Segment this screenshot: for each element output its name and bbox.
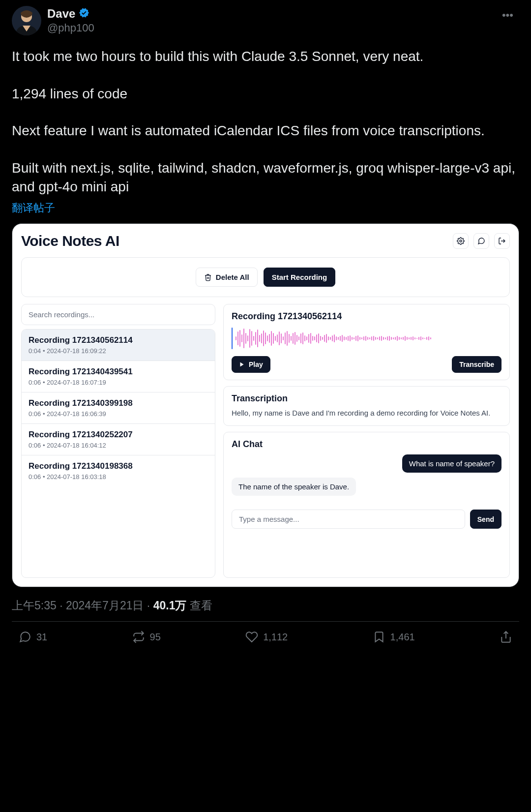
handle[interactable]: @php100 — [47, 22, 94, 34]
play-button[interactable]: Play — [232, 356, 270, 373]
svg-point-2 — [460, 240, 462, 242]
transcribe-label: Transcribe — [459, 361, 494, 368]
search-input[interactable]: Search recordings... — [21, 304, 215, 325]
reply-button[interactable]: 31 — [19, 631, 47, 643]
view-label: 查看 — [186, 599, 212, 612]
like-button[interactable]: 1,112 — [245, 631, 288, 643]
gear-icon[interactable] — [453, 233, 469, 249]
recording-row-title: Recording 1721340439541 — [29, 367, 208, 377]
play-icon — [239, 361, 245, 367]
display-name[interactable]: Dave — [47, 7, 75, 21]
recording-row-title: Recording 1721340399198 — [29, 398, 208, 408]
recording-row[interactable]: Recording 17213401983680:06 • 2024-07-18… — [22, 455, 215, 486]
waveform-cursor — [232, 328, 233, 349]
embedded-media[interactable]: Voice Notes AI Delete All — [12, 223, 519, 587]
recording-row-sub: 0:06 • 2024-07-18 16:04:12 — [29, 442, 208, 449]
transcription-heading: Transcription — [232, 393, 502, 404]
play-label: Play — [249, 361, 263, 368]
recording-row[interactable]: Recording 17213402522070:06 • 2024-07-18… — [22, 424, 215, 455]
post-time[interactable]: 上午5:35 — [12, 599, 57, 612]
retweet-button[interactable]: 95 — [132, 631, 161, 643]
chat-placeholder: Type a message... — [239, 515, 299, 523]
chat-heading: AI Chat — [232, 439, 502, 450]
delete-all-label: Delete All — [216, 273, 249, 281]
toolbar: Delete All Start Recording — [21, 257, 510, 297]
tweet-text: It took me two hours to build this with … — [12, 47, 519, 196]
recording-row-sub: 0:06 • 2024-07-18 16:07:19 — [29, 379, 208, 386]
tweet-metadata: 上午5:35 · 2024年7月21日 · 40.1万 查看 — [12, 598, 519, 613]
recording-row[interactable]: Recording 17213404395410:06 • 2024-07-18… — [22, 361, 215, 392]
recording-row-sub: 0:06 • 2024-07-18 16:03:18 — [29, 473, 208, 481]
recording-row-sub: 0:04 • 2024-07-18 16:09:22 — [29, 347, 208, 355]
transcription-text: Hello, my name is Dave and I'm recording… — [232, 408, 502, 419]
recording-row-title: Recording 1721340252207 — [29, 430, 208, 440]
recording-row-sub: 0:06 • 2024-07-18 16:06:39 — [29, 410, 208, 418]
chat-input[interactable]: Type a message... — [232, 510, 465, 529]
recording-row[interactable]: Recording 17213403991980:06 • 2024-07-18… — [22, 392, 215, 424]
send-label: Send — [477, 515, 494, 523]
reply-icon — [19, 631, 31, 643]
retweet-icon — [132, 631, 145, 643]
like-count: 1,112 — [263, 632, 288, 643]
share-icon — [500, 631, 512, 643]
search-placeholder: Search recordings... — [29, 310, 94, 319]
logout-icon[interactable] — [494, 233, 510, 249]
app-title: Voice Notes AI — [21, 233, 119, 249]
svg-marker-4 — [240, 362, 244, 367]
chat-bubble-icon[interactable] — [473, 233, 489, 249]
tweet-actions: 31 95 1,112 1,461 — [12, 622, 519, 643]
start-recording-button[interactable]: Start Recording — [264, 268, 336, 287]
recording-list: Recording 17213405621140:04 • 2024-07-18… — [21, 329, 215, 578]
bookmark-count: 1,461 — [390, 632, 415, 643]
avatar[interactable] — [12, 6, 41, 35]
bookmark-icon — [373, 631, 385, 643]
translate-link[interactable]: 翻译帖子 — [12, 201, 519, 215]
trash-icon — [204, 273, 212, 281]
recording-detail-title: Recording 1721340562114 — [232, 311, 502, 322]
recording-row-title: Recording 1721340198368 — [29, 461, 208, 471]
delete-all-button[interactable]: Delete All — [196, 268, 258, 287]
more-icon[interactable]: ••• — [496, 6, 519, 25]
verified-badge-icon — [78, 7, 90, 21]
chat-message-user: What is name of speaker? — [402, 454, 502, 473]
post-date[interactable]: 2024年7月21日 — [66, 599, 144, 612]
recording-row[interactable]: Recording 17213405621140:04 • 2024-07-18… — [22, 330, 215, 361]
recording-row-title: Recording 1721340562114 — [29, 335, 208, 345]
waveform[interactable] — [236, 327, 502, 350]
start-recording-label: Start Recording — [272, 273, 327, 281]
view-count[interactable]: 40.1万 — [153, 599, 187, 612]
heart-icon — [245, 631, 258, 643]
retweet-count: 95 — [150, 632, 161, 643]
ai-chat-panel: AI Chat What is name of speaker? The nam… — [223, 432, 510, 578]
bookmark-button[interactable]: 1,461 — [373, 631, 415, 643]
chat-message-ai: The name of the speaker is Dave. — [232, 478, 356, 496]
reply-count: 31 — [36, 632, 47, 643]
send-button[interactable]: Send — [470, 510, 502, 529]
share-button[interactable] — [500, 631, 512, 643]
transcription-panel: Transcription Hello, my name is Dave and… — [223, 386, 510, 426]
transcribe-button[interactable]: Transcribe — [452, 356, 502, 373]
recording-detail-panel: Recording 1721340562114 Play Transcri — [223, 304, 510, 380]
